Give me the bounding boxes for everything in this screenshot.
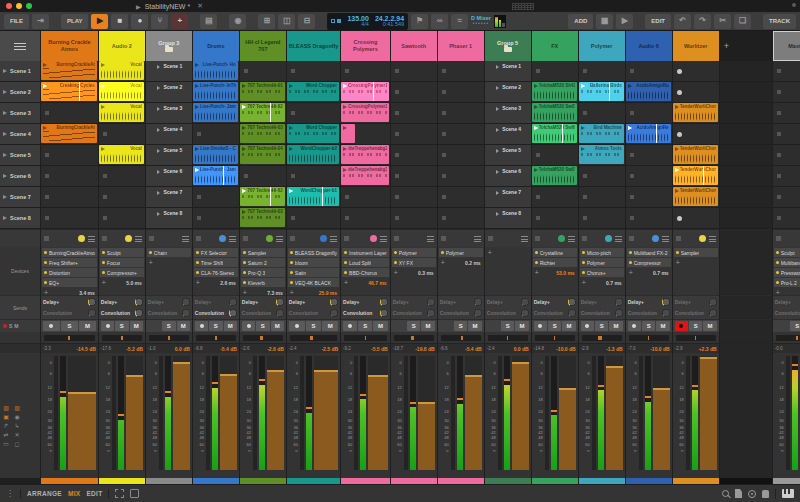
device-item[interactable]: Multiband FX-2 [627, 248, 671, 257]
add-device-button[interactable]: + [441, 259, 445, 266]
solo-button[interactable]: S [595, 321, 608, 331]
clip[interactable]: Vocal [99, 82, 144, 101]
master-scene-slot[interactable] [773, 145, 800, 166]
record-arm-button[interactable] [628, 321, 641, 331]
clip-slot[interactable]: Atmos Tools [579, 145, 625, 166]
clip-slot[interactable] [438, 208, 484, 229]
edit-menu-button[interactable]: EDIT [645, 14, 671, 29]
send-delay[interactable]: Delay+ [440, 298, 482, 306]
clip-play-icon[interactable] [101, 147, 105, 151]
device-item[interactable]: Sculpt [100, 248, 144, 257]
device-item[interactable]: Presswork [774, 268, 800, 277]
clip-play-icon[interactable] [43, 84, 47, 88]
file-menu-button[interactable]: FILE [4, 14, 29, 29]
solo-button[interactable]: S [407, 321, 420, 331]
routing-list-icon[interactable] [474, 236, 481, 242]
solo-button[interactable]: S [358, 321, 372, 331]
volume-fader-handle[interactable] [173, 362, 190, 470]
stop-all-clips-button[interactable] [290, 236, 295, 241]
clip[interactable]: Bird Machine [579, 124, 624, 143]
send-knob[interactable] [662, 298, 670, 306]
track-header[interactable]: BLEASS Dragonfly [287, 31, 340, 61]
clip[interactable]: Vocal [99, 61, 144, 80]
device-item[interactable]: Time Shift [194, 258, 238, 267]
send-knob[interactable] [229, 298, 237, 306]
device-enabled-icon[interactable] [243, 271, 246, 274]
clip-play-icon[interactable] [289, 189, 293, 193]
track-header[interactable]: Group 5 [485, 31, 531, 61]
clip-slot[interactable] [391, 187, 437, 208]
device-item[interactable]: EQ+ [42, 278, 97, 287]
fader-db-value[interactable]: -5.2 dB [126, 346, 143, 352]
add-device-button[interactable]: + [149, 259, 153, 266]
clip[interactable]: BurningCrackleAt [41, 124, 97, 143]
clip-slot[interactable]: Vocal [99, 103, 145, 124]
mute-button[interactable]: M [79, 321, 96, 331]
clip-slot[interactable] [438, 103, 484, 124]
send-delay[interactable]: Delay+ [487, 298, 529, 306]
clip-play-icon[interactable] [195, 168, 199, 172]
search-icon[interactable] [722, 490, 729, 497]
clip[interactable]: Word Chopper [287, 124, 339, 143]
device-enabled-icon[interactable] [44, 261, 47, 264]
time-signature-value[interactable]: 4/4 [361, 22, 369, 28]
record-arm-button[interactable] [242, 321, 255, 331]
clip-play-icon[interactable] [534, 168, 538, 172]
clip-slot[interactable]: Live-SmokeS - C [193, 145, 239, 166]
send-knob[interactable] [229, 309, 237, 317]
clip-slot[interactable] [391, 61, 437, 82]
send-convolution[interactable]: Convolution [675, 309, 717, 317]
clip-slot[interactable]: TenderWurliChor1 [673, 166, 719, 187]
clip-slot[interactable] [99, 208, 145, 229]
clip-slot[interactable] [391, 82, 437, 103]
group-scene-slot[interactable]: Scene 8 [146, 208, 192, 229]
pan-slider[interactable] [290, 335, 337, 341]
device-enabled-icon[interactable] [394, 261, 397, 264]
scene-launch-button[interactable]: Scene 7 [0, 187, 40, 208]
clip-play-icon[interactable] [242, 84, 246, 88]
clip-slot[interactable]: dieTreppehenabg2 [341, 145, 390, 166]
detail-panel-toggle[interactable]: ⊟ [298, 14, 315, 29]
clip-slot[interactable] [240, 166, 286, 187]
send-knob[interactable] [380, 298, 388, 306]
clip-slot[interactable] [341, 208, 390, 229]
volume-fader[interactable] [559, 356, 576, 470]
fader-db-value[interactable]: 0.0 dB [514, 346, 529, 352]
group-scene-slot[interactable]: Scene 5 [146, 145, 192, 166]
device-enabled-icon[interactable] [102, 271, 105, 274]
solo-button[interactable]: S [61, 321, 78, 331]
mute-button[interactable]: M [562, 321, 575, 331]
clip-slot[interactable] [99, 166, 145, 187]
clip-slot[interactable] [579, 103, 625, 124]
controller-icon[interactable]: ◉ [229, 14, 246, 29]
volume-fader[interactable] [418, 356, 435, 470]
device-item[interactable]: Polymer [392, 248, 436, 257]
mute-button[interactable]: M [271, 321, 284, 331]
volume-fader-handle[interactable] [267, 370, 284, 470]
clip-slot[interactable] [193, 187, 239, 208]
stop-all-clips-button[interactable] [243, 236, 248, 241]
volume-fader[interactable] [267, 356, 284, 470]
fader-db-value[interactable]: -19.8 dB [415, 346, 434, 352]
clip-slot[interactable] [532, 61, 578, 82]
close-window-button[interactable] [6, 3, 12, 9]
routing-list-icon[interactable] [88, 236, 95, 242]
device-item[interactable]: BurningCrackleAtmo [42, 248, 97, 257]
clip-slot[interactable] [99, 187, 145, 208]
clip-slot[interactable]: Bird Machine [579, 124, 625, 145]
clip-slot[interactable]: Word Chopper [287, 82, 340, 103]
pan-slider[interactable] [676, 335, 716, 341]
volume-fader-handle[interactable] [512, 362, 529, 470]
clip[interactable]: 707 TechnoHi-01 [240, 82, 285, 101]
add-device-button[interactable]: + [394, 269, 398, 276]
clip-play-icon[interactable] [43, 126, 47, 130]
clip-play-icon[interactable] [343, 126, 347, 130]
track-header[interactable]: Polymer [579, 31, 625, 61]
play-menu-button[interactable]: PLAY [61, 14, 88, 29]
stop-all-clips-button[interactable] [488, 236, 493, 241]
scene-launch-button[interactable]: Scene 1 [0, 61, 40, 82]
add-device-button[interactable]: + [102, 279, 106, 286]
device-enabled-icon[interactable] [290, 281, 293, 284]
clip[interactable]: Word Chopper [287, 82, 339, 101]
clip-play-icon[interactable] [343, 84, 347, 88]
